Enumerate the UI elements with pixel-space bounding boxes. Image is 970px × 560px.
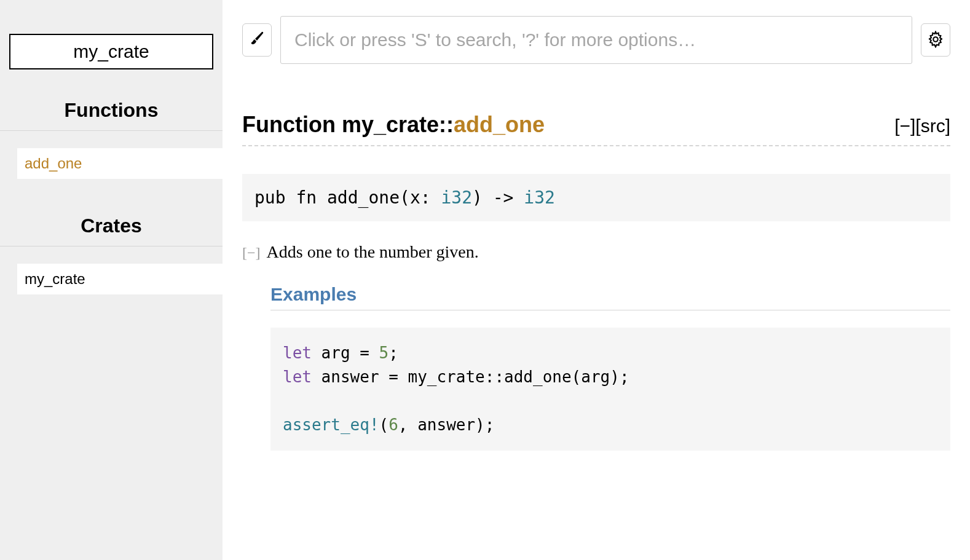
- sig-pub: pub: [254, 187, 296, 208]
- search-input[interactable]: [280, 16, 912, 64]
- sig-name: add_one: [327, 187, 400, 208]
- docblock: Examples let arg = 5; let answer = my_cr…: [270, 284, 950, 451]
- title-crate[interactable]: my_crate: [342, 112, 439, 137]
- sig-ptype[interactable]: i32: [441, 187, 472, 208]
- code-let1: let: [283, 344, 312, 362]
- doc-toggle-button[interactable]: [−]: [242, 245, 261, 261]
- sig-lparen: (: [400, 187, 410, 208]
- sidebar-section-crates: Crates: [0, 203, 223, 246]
- gear-icon: [927, 31, 944, 50]
- settings-button[interactable]: [921, 23, 950, 57]
- function-signature: pub fn add_one(x: i32) -> i32: [242, 174, 950, 221]
- src-link[interactable]: [src]: [915, 116, 950, 136]
- sidebar: my_crate Functions add_one Crates my_cra…: [0, 0, 223, 560]
- sig-fn: fn: [296, 187, 327, 208]
- code-t3b: , answer);: [398, 416, 495, 434]
- title-row: Function my_crate::add_one [−][src]: [242, 112, 950, 145]
- src-links: [−][src]: [894, 116, 950, 136]
- svg-point-0: [933, 37, 937, 41]
- code-t3a: (: [379, 416, 389, 434]
- title-sep: ::: [439, 112, 454, 137]
- page-title: Function my_crate::add_one: [242, 112, 545, 138]
- code-example: let arg = 5; let answer = my_crate::add_…: [270, 328, 950, 451]
- description-row: [−] Adds one to the number given.: [242, 242, 950, 262]
- sidebar-item-function-add-one[interactable]: add_one: [0, 148, 223, 179]
- code-t1: arg =: [312, 344, 379, 362]
- code-t1b: ;: [388, 344, 398, 362]
- examples-heading[interactable]: Examples: [270, 284, 950, 310]
- code-let2: let: [283, 368, 312, 386]
- doc-description: Adds one to the number given.: [267, 242, 479, 262]
- topbar: [242, 16, 950, 64]
- title-fn-name[interactable]: add_one: [454, 112, 545, 137]
- sidebar-item-crate-my-crate[interactable]: my_crate: [0, 264, 223, 294]
- code-t2: answer = my_crate::add_one(arg);: [312, 368, 629, 386]
- sig-rtype[interactable]: i32: [524, 187, 555, 208]
- main-content: Function my_crate::add_one [−][src] pub …: [223, 0, 970, 560]
- collapse-all-button[interactable]: [−]: [894, 116, 915, 136]
- title-prefix: Function: [242, 112, 342, 137]
- paint-brush-icon: [250, 31, 264, 50]
- sidebar-section-functions: Functions: [0, 88, 223, 131]
- sig-param: x:: [410, 187, 441, 208]
- title-divider: [242, 145, 950, 146]
- code-n2: 6: [388, 416, 398, 434]
- code-n1: 5: [379, 344, 389, 362]
- crate-name-box[interactable]: my_crate: [9, 34, 213, 69]
- sig-rparen: ) ->: [472, 187, 524, 208]
- theme-button[interactable]: [242, 23, 272, 57]
- code-macro: assert_eq!: [283, 416, 379, 434]
